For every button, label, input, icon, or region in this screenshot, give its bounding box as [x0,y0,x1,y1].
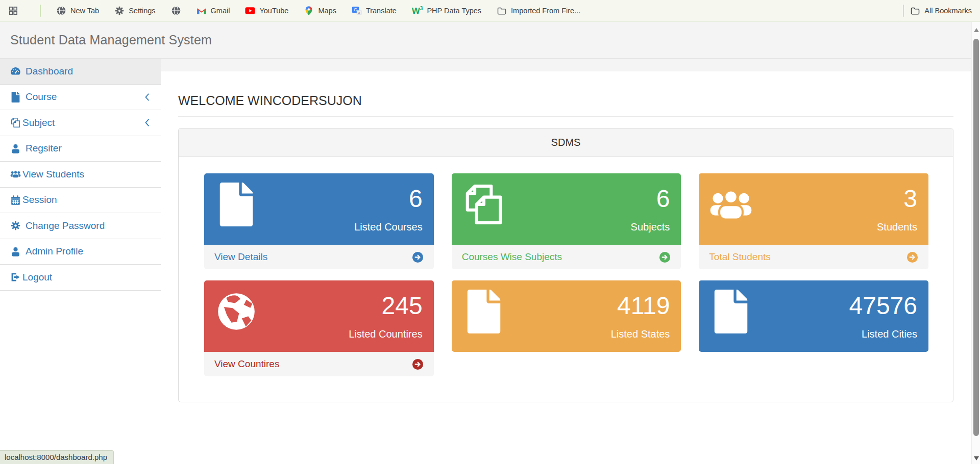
panel-title: SDMS [179,128,953,157]
bookmark-gmail[interactable]: Gmail [197,6,230,16]
file-icon [214,183,258,226]
browser-scrollbar[interactable] [971,22,980,464]
stat-card-footer-link[interactable]: Total Students [699,245,928,269]
copy-icon [462,183,506,226]
bookmark-label: New Tab [70,7,99,15]
bookmark-label: Translate [366,7,397,15]
logout-icon [10,272,21,282]
gmail-icon [197,6,207,16]
arrow-circle-right-icon[interactable] [412,358,424,370]
chevron-left-icon [144,93,150,101]
arrow-circle-right-icon[interactable] [659,251,671,263]
users-icon [709,183,753,226]
file-icon [462,290,506,333]
chevron-left-icon [144,118,150,127]
calendar-icon [10,195,21,205]
user-icon [10,143,21,154]
bookmark-maps[interactable]: Maps [304,6,336,16]
sidebar-item-logout[interactable]: Logout [0,265,161,291]
bookmarks-bar: New Tab Settings [0,0,980,22]
copy-icon [10,117,21,128]
svg-text:x: x [358,11,360,15]
stat-card-listed-cities: 47576 Listed Cities [699,280,928,352]
sidebar-item-label: Regsiter [26,143,62,154]
sidebar-item-label: View Students [22,169,84,180]
bookmark-new-tab[interactable]: New Tab [56,6,99,16]
file-icon [10,92,21,102]
status-url-tooltip: localhost:8000/dashboard.php [0,450,114,464]
bookmark-label: YouTube [259,7,288,15]
sidebar-item-session[interactable]: Session [0,188,161,214]
stat-card-body: 6 Listed Courses [204,173,434,245]
file-icon [709,290,753,333]
sidebar-item-register[interactable]: Regsiter [0,136,161,162]
sidebar-item-label: Logout [22,272,52,283]
sidebar-item-change-password[interactable]: Change Password [0,213,161,239]
sidebar-item-dashboard[interactable]: Dashboard [0,59,161,85]
bookmark-imported-folder[interactable]: Imported From Fire... [497,6,580,16]
bookmark-label: Settings [129,7,155,15]
stat-card-listed-states: 4119 Listed States [452,280,681,352]
arrow-circle-right-icon[interactable] [412,251,424,263]
gear-icon [10,220,21,231]
apps-button[interactable] [8,6,18,16]
bookmark-label: PHP Data Types [427,7,481,15]
footer-link-label: Courses Wise Subjects [462,251,562,263]
sdms-panel: SDMS 6 Listed Courses View Details [178,128,953,402]
sidebar: Dashboard Course Subject [0,59,161,463]
apps-grid-icon [8,6,18,16]
globe-icon [171,6,181,16]
scrollbar-down-arrow[interactable] [974,456,979,460]
sidebar-item-view-students[interactable]: View Students [0,162,161,188]
sidebar-item-label: Change Password [26,220,105,231]
bookmark-php-data-types[interactable]: W3 PHP Data Types [412,6,481,15]
sidebar-item-subject[interactable]: Subject [0,110,161,136]
bookmark-label: Gmail [211,7,230,15]
sidebar-item-label: Dashboard [26,66,73,77]
dashboard-icon [10,66,21,76]
stat-card-body: 3 Students [699,173,928,245]
heading-divider [178,116,953,117]
globe-icon [214,290,258,333]
stat-card-body: 47576 Listed Cities [699,280,928,352]
panel-body: 6 Listed Courses View Details [179,157,953,402]
translate-icon: G x [352,6,362,16]
welcome-heading: WELCOME WINCODERSUJON [178,93,953,108]
footer-link-label: View Details [214,251,267,263]
all-bookmarks-button[interactable]: All Bookmarks [910,6,972,16]
bookmark-translate[interactable]: G x Translate [352,6,397,16]
scrollbar-up-arrow[interactable] [974,28,979,32]
scrollbar-thumb[interactable] [973,39,979,436]
bookmark-label: Imported From Fire... [511,7,580,15]
sidebar-item-course[interactable]: Course [0,85,161,111]
gear-icon [114,6,125,16]
w3schools-icon: W3 [412,6,423,15]
sidebar-item-label: Admin Profile [26,246,83,257]
footer-link-label: View Countires [214,358,279,370]
bookmarks-separator [40,5,41,17]
bookmark-settings[interactable]: Settings [114,6,155,16]
arrow-circle-right-icon[interactable] [906,251,918,263]
globe-icon [56,6,66,16]
sidebar-item-label: Session [22,194,57,205]
folder-icon [910,6,920,16]
footer-link-label: Total Students [709,251,770,263]
stat-card-body: 6 Subjects [452,173,681,245]
all-bookmarks-label: All Bookmarks [924,7,972,15]
stat-card-footer-link[interactable]: View Details [204,245,434,269]
sidebar-item-admin-profile[interactable]: Admin Profile [0,239,161,265]
stat-card-footer-link[interactable]: View Countires [204,352,434,376]
main-content: WELCOME WINCODERSUJON SDMS 6 Listed Cour… [161,59,980,463]
bookmark-youtube[interactable]: YouTube [245,6,288,16]
bookmark-untitled[interactable] [171,6,181,16]
bookmarks-separator [903,5,904,17]
stat-card-body: 4119 Listed States [452,280,681,352]
stat-card-footer-link[interactable]: Courses Wise Subjects [452,245,681,269]
stat-card-subjects: 6 Subjects Courses Wise Subjects [452,173,681,269]
app-navbar: Student Data Management System [0,22,980,59]
content-top-strip [161,59,980,71]
folder-icon [497,6,507,16]
users-icon [10,169,21,179]
sidebar-item-label: Subject [22,117,55,128]
maps-icon [304,6,314,16]
